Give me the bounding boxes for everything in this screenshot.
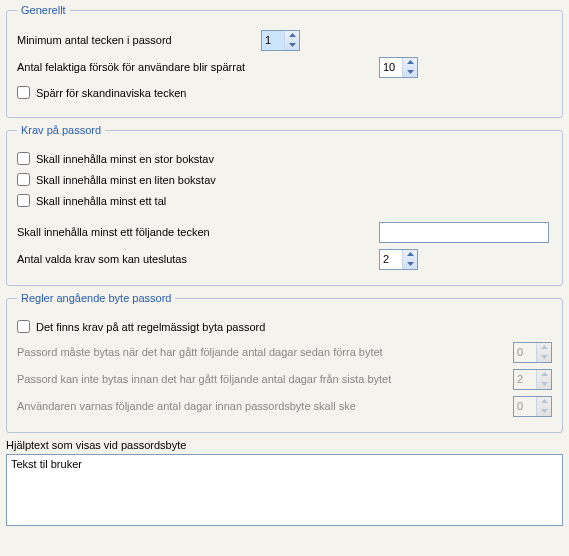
req-digit-label: Skall innehålla minst ett tal (36, 195, 166, 207)
svg-marker-10 (541, 399, 548, 403)
fail-attempts-label: Antal felaktiga försök för användare bli… (17, 61, 379, 73)
chevron-down-icon (537, 352, 551, 362)
chevron-up-icon (537, 343, 551, 353)
svg-marker-6 (541, 345, 548, 349)
min-chars-label: Minimum antal tecken i passord (17, 34, 261, 46)
req-exclude-label: Antal valda krav som kan uteslutas (17, 253, 379, 265)
help-text-block: Hjälptext som visas vid passordsbyte (6, 439, 563, 528)
chevron-down-icon[interactable] (285, 40, 299, 50)
general-legend: Generellt (17, 4, 70, 16)
require-change-checkbox[interactable] (17, 320, 30, 333)
svg-marker-4 (407, 252, 414, 256)
req-exclude-spinner[interactable] (379, 249, 418, 270)
min-chars-spinner[interactable] (261, 30, 300, 51)
fail-attempts-spinner[interactable] (379, 57, 418, 78)
chevron-up-icon[interactable] (285, 31, 299, 41)
svg-marker-7 (541, 355, 548, 359)
chevron-down-icon[interactable] (403, 67, 417, 77)
req-upper-checkbox[interactable] (17, 152, 30, 165)
requirements-group: Krav på passord Skall innehålla minst en… (6, 124, 563, 286)
change-rules-group: Regler angående byte passord Det finns k… (6, 292, 563, 433)
warn-days-spinner (513, 396, 552, 417)
chevron-up-icon (537, 397, 551, 407)
max-days-label: Passord måste bytas när det har gått föl… (17, 346, 383, 358)
chevron-up-icon (537, 370, 551, 380)
max-days-input (514, 343, 536, 362)
min-days-spinner (513, 369, 552, 390)
chevron-down-icon (537, 406, 551, 416)
general-group: Generellt Minimum antal tecken i passord… (6, 4, 563, 118)
chevron-down-icon (537, 379, 551, 389)
min-days-label: Passord kan inte bytas innan det har gåt… (17, 373, 391, 385)
chevron-down-icon[interactable] (403, 259, 417, 269)
req-lower-label: Skall innehålla minst en liten bokstav (36, 174, 216, 186)
warn-days-input (514, 397, 536, 416)
req-upper-label: Skall innehålla minst en stor bokstav (36, 153, 214, 165)
warn-days-label: Användaren varnas följande antal dagar i… (17, 400, 356, 412)
svg-marker-1 (289, 43, 296, 47)
chevron-up-icon[interactable] (403, 58, 417, 68)
chevron-up-icon[interactable] (403, 250, 417, 260)
fail-attempts-input[interactable] (380, 58, 402, 77)
req-special-label: Skall innehålla minst ett följande tecke… (17, 226, 379, 238)
change-rules-legend: Regler angående byte passord (17, 292, 175, 304)
requirements-legend: Krav på passord (17, 124, 105, 136)
max-days-spinner (513, 342, 552, 363)
help-text-label: Hjälptext som visas vid passordsbyte (6, 439, 563, 451)
req-special-input[interactable] (379, 222, 549, 243)
req-digit-checkbox[interactable] (17, 194, 30, 207)
req-lower-checkbox[interactable] (17, 173, 30, 186)
scandi-block-label: Spärr för skandinaviska tecken (36, 87, 186, 99)
svg-marker-2 (407, 60, 414, 64)
min-days-input (514, 370, 536, 389)
svg-marker-9 (541, 382, 548, 386)
min-chars-input[interactable] (262, 31, 284, 50)
svg-marker-3 (407, 70, 414, 74)
scandi-block-checkbox[interactable] (17, 86, 30, 99)
help-text-input[interactable] (6, 454, 563, 526)
req-exclude-input[interactable] (380, 250, 402, 269)
svg-marker-5 (407, 262, 414, 266)
svg-marker-11 (541, 409, 548, 413)
svg-marker-8 (541, 372, 548, 376)
require-change-label: Det finns krav på att regelmässigt byta … (36, 321, 265, 333)
svg-marker-0 (289, 33, 296, 37)
